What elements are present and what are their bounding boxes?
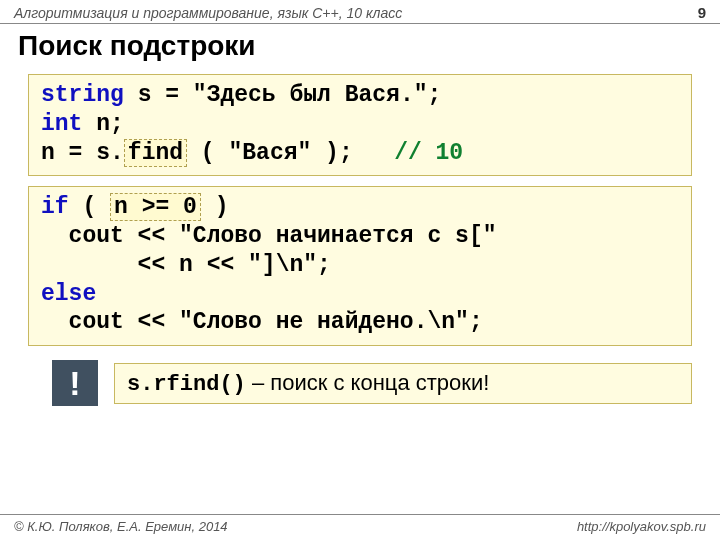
code-string: "Слово не найдено.\n" [179,309,469,335]
code-keyword: else [41,281,96,307]
code-text: << n << [41,252,248,278]
note-block: ! s.rfind() – поиск с конца строки! [52,360,692,406]
footer-url: http://kpolyakov.spb.ru [577,519,706,534]
code-highlight: n >= 0 [110,193,201,221]
code-text: ; [469,309,483,335]
code-highlight: find [124,139,187,167]
code-text: s = [124,82,193,108]
exclamation-icon: ! [52,360,98,406]
code-text: cout << [41,309,179,335]
code-text: cout << [41,223,179,249]
code-block-1: string s = "Здесь был Вася."; int n; n =… [28,74,692,176]
code-text: ) [201,194,229,220]
code-string: "Слово начинается с s[" [179,223,496,249]
slide-header: Алгоритмизация и программирование, язык … [0,0,720,24]
code-text: ; [427,82,441,108]
page-number: 9 [698,4,706,21]
code-text: n; [82,111,123,137]
copyright: © К.Ю. Поляков, Е.А. Еремин, 2014 [14,519,228,534]
code-string: "Здесь был Вася." [193,82,428,108]
code-block-2: if ( n >= 0 ) cout << "Слово начинается … [28,186,692,346]
code-string: "]\n" [248,252,317,278]
slide-footer: © К.Ю. Поляков, Е.А. Еремин, 2014 http:/… [0,514,720,534]
code-keyword: if [41,194,69,220]
code-keyword: string [41,82,124,108]
code-string: "Вася" [228,140,311,166]
note-code: s.rfind() [127,372,246,397]
code-text: n = s. [41,140,124,166]
slide-title: Поиск подстроки [0,24,720,70]
note-tail: – поиск с конца строки! [246,370,490,395]
course-title: Алгоритмизация и программирование, язык … [14,5,402,21]
code-text: ); [311,140,394,166]
code-keyword: int [41,111,82,137]
code-text: ; [317,252,331,278]
code-text: ( [69,194,110,220]
code-text: ( [187,140,228,166]
code-comment: // 10 [394,140,463,166]
note-text: s.rfind() – поиск с конца строки! [114,363,692,404]
